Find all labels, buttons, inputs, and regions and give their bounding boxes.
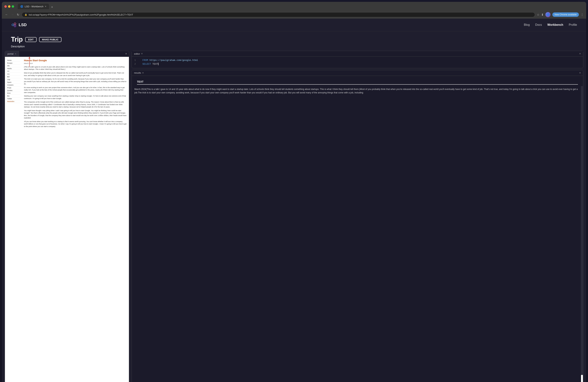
editor-keyword-select: SELECT [142,63,151,65]
editor-panel-header: editor × × [132,51,583,57]
forward-button[interactable]: → [10,12,15,17]
sidebar-item-twitter[interactable]: Twitter [7,98,20,100]
editor-wrapper: 1 FROM https://paulgraham.com/google.htm… [132,57,583,68]
pg-article-content: How to Start Google March 2024 (This is … [22,59,127,382]
titlebar-top: 🌀 LSD - Workbench × + [4,4,584,9]
sidebar-item-mastodon[interactable]: Mastodon [7,100,20,103]
sidebar-item-yc[interactable]: YC [7,70,20,73]
sidebar-item-hn[interactable]: HN [7,64,20,67]
close-window-button[interactable] [4,5,7,8]
browser-titlebar: 🌀 LSD - Workbench × + ← → ↻ 🔒 lsd.so/app… [2,2,586,19]
back-button[interactable]: ← [4,12,9,17]
lock-icon: 🔒 [24,13,27,16]
bookmark-button[interactable]: ☆ [537,13,539,17]
chrome-update-badge[interactable]: New Chrome available [552,12,579,17]
minimize-window-button[interactable] [8,5,10,8]
article-date: March 2024 [24,62,127,64]
sidebar-item-bio[interactable]: Bio [7,95,20,98]
fullscreen-window-button[interactable] [12,5,14,8]
results-tab-close[interactable]: × [142,71,144,75]
editor-content[interactable]: 1 FROM https://paulgraham.com/google.htm… [132,57,583,68]
refresh-button[interactable]: ↻ [16,12,20,17]
web-preview-inner: Home Essays HN Hacks YC Arc Bel Lisp Spa… [5,57,129,382]
description-label: Description [11,45,577,48]
download-button[interactable]: ⬇ [541,13,544,17]
browser-tab-active[interactable]: 🌀 LSD - Workbench × [18,4,49,9]
sidebar-item-rss[interactable]: RSS [7,92,20,95]
sidebar-item-answers[interactable]: Answers [7,84,20,86]
cursor [158,63,159,65]
portal-panel-close[interactable]: × [123,51,129,57]
sidebar-item-home[interactable]: Home [7,59,20,62]
browser-window: 🌀 LSD - Workbench × + ← → ↻ 🔒 lsd.so/app… [2,2,586,382]
sidebar-item-essays[interactable]: Essays [7,62,20,64]
nav-link-workbench[interactable]: Workbench [547,23,563,26]
editor-line-1: 1 FROM https://paulgraham.com/google.htm… [134,59,581,62]
new-tab-button[interactable]: + [50,5,55,9]
results-scrollbar[interactable] [581,86,583,382]
portal-tab-label: portal [7,52,14,55]
portal-tab[interactable]: portal × [5,51,19,57]
portal-tab-bar: portal × × [5,51,129,57]
sidebar-item-spam[interactable]: Spam [7,81,20,84]
url-text: lsd.so/app?query=FROM+https%3A%2F%2Fpaul… [29,13,133,16]
svg-point-1 [14,23,16,25]
traffic-lights [4,5,14,8]
article-body: Most of you probably think that when you… [24,72,127,128]
logo-area: LSD [11,22,27,28]
sidebar-item-faqs[interactable]: FAQs [7,86,20,89]
results-panel-close[interactable]: × [579,71,581,75]
editor-tab[interactable]: editor × [134,52,143,55]
nav-link-docs[interactable]: Docs [535,23,542,26]
nav-link-blog[interactable]: Blog [524,23,530,26]
nav-links: Blog Docs Workbench Profile [524,23,577,26]
edit-button[interactable]: EDIT [25,37,37,42]
portal-panel: portal × × [5,51,129,382]
svg-point-2 [14,25,16,27]
sidebar-item-bel[interactable]: Bel [7,76,20,78]
result-text-content: March 2024(This is a talk I gave to 14 a… [134,88,578,95]
sidebar-item-hacks[interactable]: Hacks [7,67,20,70]
nav-link-profile[interactable]: Profile [569,23,577,26]
browser-toolbar: ← → ↻ 🔒 lsd.so/app?query=FROM+https%3A%2… [4,11,584,19]
extension-icon[interactable]: 🌀 [546,12,550,17]
web-preview[interactable]: Home Essays HN Hacks YC Arc Bel Lisp Spa… [5,57,129,382]
editor-select-value: TEXT [152,63,158,65]
page-content: LSD Blog Docs Workbench Profile Trip EDI… [2,19,586,382]
results-tab[interactable]: results × [134,71,144,75]
editor-keyword-from: FROM [142,59,148,61]
svg-line-4 [14,25,14,26]
sidebar-item-lisp[interactable]: Lisp [7,78,20,81]
tab-close-button[interactable]: × [45,5,46,8]
tab-title: LSD - Workbench [25,5,43,8]
logo-icon [11,22,17,28]
editor-panel-close[interactable]: × [579,52,581,55]
results-col-area: TEXT [132,76,583,86]
results-text-area[interactable]: March 2024(This is a talk I gave to 14 a… [132,86,581,382]
editor-url: https://paulgraham.com/google.html [149,59,198,61]
results-tab-label: results [134,71,141,74]
article-para-6: All you can know when you start working … [24,121,127,128]
tab-favicon: 🌀 [20,5,23,8]
article-para-5: You might have thought I was joking when… [24,109,127,119]
trip-header: Trip EDIT MAKE PUBLIC Description [2,31,586,51]
article-para-0: Most of you probably think that when you… [24,72,127,77]
line-num-1: 1 [134,59,138,62]
results-panel-header: results × × [132,70,583,76]
menu-button[interactable]: ⋮ [581,13,584,17]
article-para-1: The trick is to start your own company. … [24,78,127,85]
results-header-row: TEXT [137,79,578,85]
make-public-button[interactable]: MAKE PUBLIC [39,37,62,42]
editor-panel: editor × × 1 FROM https://paulgraham.com… [132,51,583,68]
sidebar-item-arc[interactable]: Arc [7,73,20,76]
article-para-3: Starting your own company can mean anyth… [24,95,127,100]
editor-tab-close[interactable]: × [141,52,143,55]
sidebar-item-quotes[interactable]: Quotes [7,89,20,92]
results-panel: results × × TEXT March 2024(This is a ta… [132,70,583,382]
address-bar[interactable]: 🔒 lsd.so/app?query=FROM+https%3A%2F%2Fpa… [22,12,535,17]
article-para-2: It's more exciting to work on your own p… [24,86,127,94]
portal-tab-close[interactable]: × [15,52,17,55]
svg-point-0 [12,24,14,26]
results-scrollbar-thumb [581,375,583,382]
line-num-2: 2 [134,62,138,66]
